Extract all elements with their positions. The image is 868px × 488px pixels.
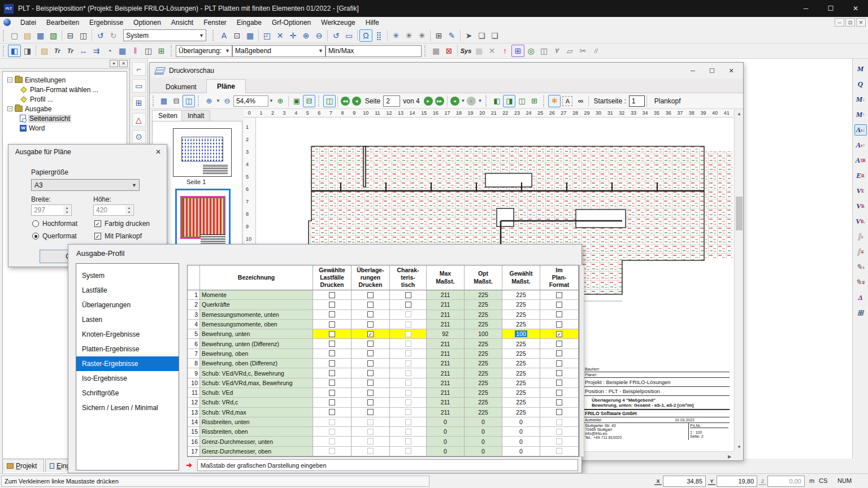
copy-page-icon[interactable]: ❏ [475, 29, 488, 42]
selected-value[interactable]: 100 [515, 330, 527, 337]
plan-raster-icon[interactable]: ⊞ [511, 45, 524, 57]
menu-item-eingabe[interactable]: Eingabe [232, 18, 267, 28]
toolbar-grip[interactable] [198, 95, 201, 107]
mit-plankopf-checkbox[interactable]: ✓ [94, 233, 101, 239]
hoehe-stepper[interactable]: 420 ▲▼ [93, 204, 134, 216]
result-vrd-icon[interactable]: VR [854, 201, 867, 212]
table-scrollbar[interactable] [579, 265, 584, 457]
bezeichnung-cell[interactable]: Schub: VEd [200, 388, 313, 398]
gewaehlt-massstab-cell[interactable]: 225 [502, 388, 540, 398]
menu-item-fenster[interactable]: Fenster [198, 18, 232, 28]
ueberlagerungen-drucken-checkbox[interactable] [367, 360, 374, 367]
tree-node-seitenansicht[interactable]: Seitenansicht [20, 114, 71, 123]
tree-node-ausgabe[interactable]: −Ausgabe [7, 104, 51, 114]
im-plan-format-checkbox[interactable] [556, 380, 562, 386]
ueberlagerungen-drucken-checkbox[interactable] [367, 380, 374, 386]
result-vrdmax-icon[interactable]: VR. [854, 216, 867, 227]
save-icon[interactable]: ▦ [34, 29, 47, 42]
lastfaelle-drucken-checkbox[interactable] [329, 311, 335, 317]
result-moment-icon[interactable]: M [854, 63, 867, 75]
first-page-icon[interactable]: ◀◀ [341, 97, 350, 106]
preview-minimize-button[interactable]: ─ [683, 65, 702, 76]
columns-icon[interactable]: ‖ [129, 45, 142, 57]
gewaehlt-massstab-cell[interactable]: 0 [502, 447, 540, 456]
small-x-icon[interactable]: ✕ [485, 45, 498, 57]
supports-icon[interactable]: ⇉ [90, 45, 103, 57]
width-icon[interactable]: ↔ [77, 45, 90, 57]
results-panel-icon[interactable]: ⊞ [155, 45, 168, 57]
minimize-button[interactable]: ─ [793, 0, 818, 17]
tab-plaene[interactable]: Pläne [206, 79, 246, 93]
funnel-icon[interactable]: Y [550, 45, 563, 57]
single-page-view-icon[interactable]: ◧ [491, 95, 503, 107]
pan-icon[interactable]: ✛ [287, 29, 300, 42]
previous-page-icon[interactable]: ◀ [352, 97, 361, 106]
system-combo[interactable]: System▼ [123, 29, 206, 41]
profil-list-item-lasten[interactable]: Lasten [76, 312, 179, 327]
ueberlagerungen-drucken-checkbox[interactable] [367, 302, 374, 308]
exit-icon[interactable]: ▧ [47, 29, 60, 42]
menu-item-hilfe[interactable]: Hilfe [361, 18, 384, 28]
chevron-down-icon[interactable]: ▼ [461, 98, 466, 103]
dialog-titlebar[interactable]: Ausgabe-Profil [68, 245, 581, 262]
gewaehlt-massstab-cell[interactable]: 225 [502, 300, 540, 310]
profil-list-item-lastflle[interactable]: Lastfälle [76, 283, 179, 298]
startseite-input[interactable]: 1 [629, 95, 645, 107]
result-dia-bottom-icon[interactable]: ✎± [854, 262, 867, 273]
layout-cascade-icon[interactable]: ◧ [8, 45, 21, 57]
layout-tile-icon[interactable]: ◨ [21, 45, 34, 57]
result-as-top-icon[interactable]: As↑ [854, 140, 867, 151]
papiergroesse-combo[interactable]: A3▼ [31, 179, 140, 191]
gewaehlt-massstab-cell[interactable]: 225 [502, 359, 540, 368]
tab-dokument[interactable]: Dokument [155, 80, 207, 93]
cut-icon[interactable]: ✂ [576, 45, 589, 57]
chevron-down-icon[interactable]: ▼ [216, 98, 220, 103]
querformat-radio[interactable] [32, 233, 39, 239]
massgebend-combo[interactable]: Maßgebend▼ [232, 45, 326, 57]
charakteristisch-checkbox[interactable] [405, 302, 411, 308]
lastfaelle-drucken-checkbox[interactable] [329, 350, 335, 356]
solid-view-icon[interactable]: ▦ [116, 45, 129, 57]
full-page-view-icon[interactable]: ◨ [503, 95, 515, 107]
lastfaelle-drucken-checkbox[interactable] [329, 390, 335, 396]
preview-maximize-button[interactable]: ☐ [702, 65, 722, 76]
profil-list-item-isoergebnisse[interactable]: Iso-Ergebnisse [76, 371, 179, 386]
gewaehlt-massstab-cell[interactable]: 0 [502, 437, 540, 446]
scroll-right-icon[interactable]: ▶ [725, 452, 734, 461]
bezeichnung-cell[interactable]: Grenz-Durchmesser, oben [200, 447, 313, 456]
hatch-icon[interactable]: // [589, 45, 602, 57]
settings-panel-icon[interactable]: ◫ [142, 45, 155, 57]
menu-item-ergebnisse[interactable]: Ergebnisse [84, 18, 128, 28]
panel-pin-icon[interactable]: ▾ [110, 60, 118, 67]
toolbar-grip[interactable] [3, 45, 6, 56]
bezeichnung-cell[interactable]: Momente [200, 290, 313, 300]
lastfaelle-drucken-checkbox[interactable] [329, 341, 335, 347]
zoom-out-icon[interactable]: ⊖ [313, 29, 326, 42]
bezeichnung-cell[interactable]: Schub: VEd/VRd,max, Bewehrung [200, 378, 313, 388]
textbox-icon[interactable]: ⊡ [231, 29, 244, 42]
font-small-icon[interactable]: Tr [64, 45, 77, 57]
close-button[interactable]: ✕ [843, 0, 868, 17]
gewaehlt-massstab-cell[interactable]: 225 [502, 339, 540, 348]
gewaehlt-massstab-cell[interactable]: 0 [502, 427, 540, 437]
profil-list-item-system[interactable]: System [76, 268, 179, 283]
expander-icon[interactable]: − [7, 106, 12, 111]
hochformat-radio[interactable] [32, 220, 39, 227]
bezeichnung-cell[interactable]: Schub: VRd,max [200, 408, 313, 417]
tab-seiten[interactable]: Seiten [152, 110, 184, 121]
zoom-out-tool-icon[interactable]: ⊖ [221, 95, 233, 107]
mdi-child-icon[interactable] [3, 19, 11, 26]
mesh-edit-icon[interactable]: ✎ [445, 29, 458, 42]
tree-node-word[interactable]: WWord [20, 123, 45, 133]
menu-item-ansicht[interactable]: Ansicht [166, 18, 198, 28]
gewaehlt-massstab-cell[interactable]: 0 [502, 417, 540, 427]
fit-width-icon[interactable]: ⊟ [303, 95, 315, 107]
bezeichnung-cell[interactable]: Querkräfte [200, 300, 313, 310]
gewaehlt-massstab-cell[interactable]: 225 [502, 310, 540, 320]
fit-page-icon[interactable]: ▣ [290, 95, 303, 107]
close-icon[interactable]: ✕ [155, 148, 161, 156]
rect-tool-icon[interactable]: ▭ [132, 79, 146, 93]
iso-ring-icon[interactable]: ◎ [524, 45, 537, 57]
im-plan-format-checkbox[interactable] [556, 292, 562, 298]
preview-close-button[interactable]: ✕ [722, 65, 741, 76]
